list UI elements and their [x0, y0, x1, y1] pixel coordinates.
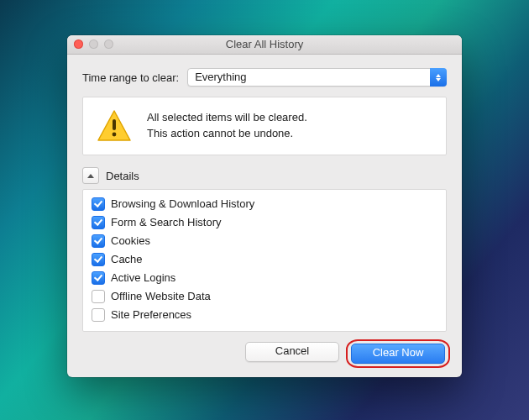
list-item: Browsing & Download History	[92, 195, 437, 213]
window-title: Clear All History	[226, 38, 303, 50]
checkbox[interactable]	[92, 216, 105, 229]
checkbox[interactable]	[92, 253, 105, 266]
titlebar: Clear All History	[67, 35, 462, 55]
list-item-label: Offline Website Data	[111, 289, 211, 304]
warning-line-1: All selected items will be cleared.	[147, 110, 307, 126]
dialog-content: Time range to clear: Everything	[67, 55, 462, 377]
list-item: Cookies	[92, 232, 437, 250]
list-item-label: Cache	[111, 252, 143, 267]
details-label: Details	[106, 170, 139, 182]
close-icon[interactable]	[74, 39, 83, 49]
list-item: Cache	[92, 250, 437, 269]
desktop-background: Clear All History Time range to clear: E…	[0, 0, 529, 420]
warning-panel: All selected items will be cleared. This…	[82, 97, 447, 155]
list-item: Active Logins	[92, 269, 437, 287]
time-range-select[interactable]: Everything	[187, 68, 447, 87]
checkbox[interactable]	[92, 308, 105, 322]
checkbox[interactable]	[92, 271, 105, 285]
chevron-up-icon	[87, 174, 94, 178]
checkbox[interactable]	[92, 234, 105, 248]
clear-history-dialog: Clear All History Time range to clear: E…	[67, 35, 462, 377]
clear-now-button[interactable]: Clear Now	[351, 344, 445, 364]
checkbox[interactable]	[92, 197, 105, 211]
button-row: Cancel Clear Now	[82, 342, 447, 365]
details-toggle[interactable]	[82, 167, 99, 184]
minimize-icon	[89, 39, 98, 49]
list-item: Form & Search History	[92, 213, 437, 232]
details-list: Browsing & Download HistoryForm & Search…	[82, 189, 447, 332]
cancel-button[interactable]: Cancel	[245, 342, 339, 362]
window-controls	[74, 39, 113, 49]
list-item-label: Form & Search History	[111, 215, 221, 230]
time-range-row: Time range to clear: Everything	[82, 68, 447, 87]
updown-icon	[430, 68, 447, 87]
details-header: Details	[82, 167, 447, 184]
list-item-label: Site Preferences	[111, 307, 191, 323]
svg-point-2	[113, 133, 117, 137]
list-item: Offline Website Data	[92, 287, 437, 306]
list-item-label: Browsing & Download History	[111, 197, 254, 212]
time-range-label: Time range to clear:	[82, 71, 179, 84]
svg-rect-1	[113, 119, 116, 130]
list-item-label: Active Logins	[111, 270, 175, 286]
list-item: Site Preferences	[92, 306, 437, 324]
warning-icon	[97, 109, 132, 143]
warning-text: All selected items will be cleared. This…	[147, 110, 307, 142]
checkbox[interactable]	[92, 290, 105, 303]
zoom-icon	[104, 39, 113, 49]
clear-now-highlight: Clear Now	[349, 342, 447, 365]
list-item-label: Cookies	[111, 234, 150, 249]
warning-line-2: This action cannot be undone.	[147, 126, 307, 142]
time-range-value: Everything	[187, 68, 447, 87]
